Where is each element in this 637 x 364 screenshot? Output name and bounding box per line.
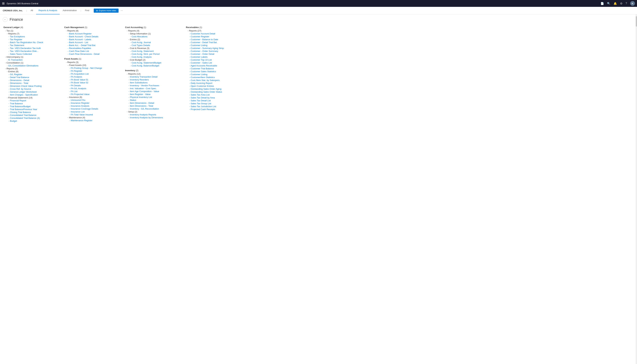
scrollbar[interactable] <box>636 14 637 126</box>
bell-icon[interactable]: 🔔 <box>613 2 617 5</box>
list-item[interactable]: - General Ledger Worksheet <box>4 90 61 93</box>
list-item[interactable]: - Physical Inventory List <box>125 96 183 98</box>
list-item[interactable]: - Open Customer Entries <box>186 84 243 88</box>
list-item[interactable]: - Dimensions - Detail <box>4 79 61 82</box>
list-item[interactable]: - Tax Register <box>4 38 61 41</box>
list-item[interactable]: - Cost Acctg. Analysis <box>125 56 183 58</box>
scroll-thumb[interactable] <box>636 16 637 26</box>
list-item[interactable]: - Item Charges - Specification <box>4 93 61 96</box>
list-item[interactable]: - Item Age Composition - Value <box>125 90 183 93</box>
list-item[interactable]: - Bank Account - Labels <box>64 38 122 41</box>
list-item[interactable]: - Customer - Balance to Date <box>186 38 243 41</box>
list-item[interactable]: - FA Register <box>64 70 122 72</box>
list-item[interactable]: - Dimensions - Total <box>4 82 61 84</box>
list-item[interactable]: - Inventory Reorders <box>125 78 183 81</box>
help-icon[interactable]: ? <box>625 2 627 5</box>
list-item[interactable]: - Bank Acc. - Detail Trial Bal. <box>64 44 122 47</box>
list-item[interactable]: - Dimension Check Value Posting <box>4 84 61 88</box>
list-item[interactable]: - FA Projected Value <box>64 93 122 96</box>
list-item[interactable]: - Budget <box>4 120 61 122</box>
list-item[interactable]: - G/L Register <box>4 73 61 76</box>
list-item[interactable]: - Cross Ref. by Source <box>4 88 61 90</box>
list-item[interactable]: - Customer Account Detail <box>186 32 243 35</box>
list-item[interactable]: - Tax- VIES Declaration Disk... <box>4 50 61 52</box>
list-item[interactable]: - Cost Types Details <box>125 44 183 47</box>
list-item[interactable]: - Customer/Item Statistics <box>186 76 243 79</box>
list-item[interactable]: - Receivables-Payables <box>64 47 122 50</box>
list-item[interactable]: - G/L Consolidation Eliminations <box>4 64 61 67</box>
list-item[interactable]: - Bank Account - Check Details <box>64 35 122 38</box>
list-item[interactable]: - Customer Listing <box>186 73 243 76</box>
tab-administration[interactable]: Administration <box>60 7 79 14</box>
list-item[interactable]: - Customer - Detail Trial Bal. <box>186 41 243 44</box>
avatar[interactable]: K <box>630 1 635 6</box>
list-item[interactable]: - Consolidated Trial Balance <box>4 114 61 116</box>
tab-reports-analysis[interactable]: Reports & Analysis <box>36 7 60 14</box>
list-item[interactable]: - Cost Acctg. Balance/Budget <box>125 64 183 67</box>
list-item[interactable]: - Cash Flow Date List <box>64 50 122 52</box>
list-item[interactable]: - Cost Acctg. Stmt. per Period <box>125 52 183 56</box>
list-item[interactable]: - Cost Acctg. Journal <box>125 41 183 44</box>
list-item[interactable]: - Customer Sales Statistics <box>186 70 243 73</box>
list-item[interactable]: - Trial Balance <box>4 102 61 105</box>
list-item[interactable]: - Sales Tax Area List <box>186 93 243 96</box>
list-item[interactable]: - Maintenance Register <box>64 119 122 122</box>
list-item[interactable]: - Cost Acctg. Statement <box>125 50 183 52</box>
list-item[interactable]: - FA Book Value 02 <box>64 81 122 84</box>
list-item[interactable]: - Item Register - Value <box>125 93 183 96</box>
list-item[interactable]: - Projected Cash Receipts <box>186 108 243 111</box>
search-icon[interactable]: 🔍 <box>607 2 610 5</box>
list-item[interactable]: - Inventory - Vendor Purchases <box>125 84 183 87</box>
list-item[interactable]: - Customer Trial Balance <box>186 67 243 70</box>
list-item[interactable]: - Inventory - G/L Reconciliation <box>125 107 183 110</box>
list-item[interactable]: - Invt. Valuation - Cost Spec. <box>125 87 183 90</box>
list-item[interactable]: - FA Acquisition List <box>64 72 122 75</box>
list-item[interactable]: - Customer Listing <box>186 44 243 47</box>
list-item[interactable]: - Insurance List <box>64 110 122 113</box>
list-item[interactable]: - Customer Register <box>186 35 243 38</box>
list-item[interactable]: - Daily Invoicing Report <box>186 82 243 84</box>
list-item[interactable]: - Cost Acctg. Statement/Budget <box>125 61 183 64</box>
list-item[interactable]: - Customer - Order Summary <box>186 50 243 52</box>
list-item[interactable]: - Customer - Sales List <box>186 61 243 64</box>
tab-find[interactable]: Find <box>83 7 92 14</box>
list-item[interactable]: - FA List <box>64 90 122 93</box>
list-item[interactable]: - Customer Top 10 List <box>186 58 243 61</box>
list-item[interactable]: - Closing Trial Balance <box>4 111 61 114</box>
list-item[interactable]: - FA Book Value 01 <box>64 78 122 81</box>
list-item[interactable]: - Cash Flow Dimensions - Detail <box>64 52 122 56</box>
list-item[interactable]: - FA G/L Analysis <box>64 87 122 90</box>
list-item[interactable]: - Customer - Order Detail <box>186 52 243 56</box>
list-item[interactable]: - Item Substitutions <box>125 81 183 84</box>
list-item[interactable]: - Detail Trial Balance <box>4 76 61 79</box>
list-item[interactable]: - Customer - Summary Aging Simp. <box>186 47 243 50</box>
list-item[interactable]: - Bank Account - List <box>64 41 122 44</box>
list-item[interactable]: - IC Transaction <box>4 58 61 61</box>
list-item[interactable]: - Tax Exceptions <box>4 35 61 38</box>
list-item[interactable]: - FA Total Value Insured <box>64 113 122 116</box>
list-item[interactable]: - Insurance Register <box>64 102 122 104</box>
list-item[interactable]: - Sales Tax Jurisdiction List <box>186 105 243 108</box>
list-item[interactable]: - Insurance Coverage Details <box>64 107 122 110</box>
list-item[interactable]: - Customer Labels <box>186 56 243 58</box>
list-item[interactable]: - Cost Allocations <box>125 35 183 38</box>
list-item[interactable]: - Aged Accounts Receivable <box>186 64 243 67</box>
list-item[interactable]: - Financial Report <box>4 99 61 102</box>
list-item[interactable]: - Consolidated Trial Balance (4) <box>4 116 61 120</box>
list-item[interactable]: - Sales Taxes Collected <box>4 52 61 56</box>
list-item[interactable]: - FA Details <box>64 84 122 87</box>
list-item[interactable]: - Sales Tax Detail by Area <box>186 96 243 99</box>
list-item[interactable]: - Bank Account Register <box>64 32 122 35</box>
list-item[interactable]: - Cust./Item Stat. by Salespers. <box>186 79 243 82</box>
list-item[interactable]: - Tax Statement <box>4 44 61 47</box>
list-item[interactable]: - Sales Tax Detail List <box>186 99 243 102</box>
list-item[interactable]: - Status <box>125 98 183 102</box>
list-item[interactable]: - Item Dimensions - Total <box>125 104 183 107</box>
document-icon[interactable]: 📄 <box>600 2 604 5</box>
list-item[interactable]: - Insurance Analysis <box>64 104 122 107</box>
list-item[interactable]: - Batch Tax Registration No. Check <box>4 41 61 44</box>
list-item[interactable]: - FA Analysis <box>64 75 122 78</box>
list-item[interactable]: - Tax- VIES Declaration Tax Auth <box>4 47 61 50</box>
settings-icon[interactable]: ⚙ <box>620 2 622 5</box>
list-item[interactable]: - Uninsured FAs <box>64 98 122 102</box>
